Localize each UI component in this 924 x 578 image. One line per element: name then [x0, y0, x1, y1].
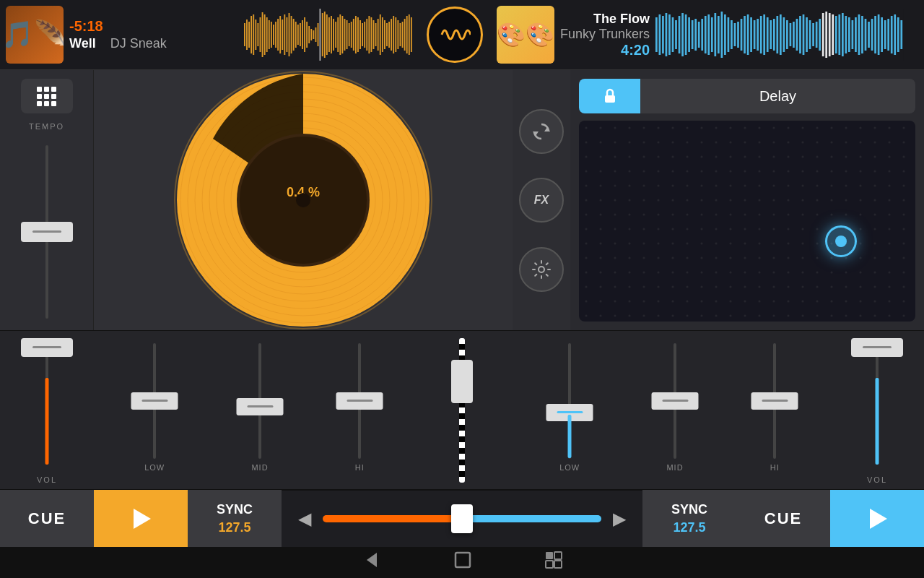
svg-rect-78	[655, 17, 658, 52]
sync-button-left[interactable]: SYNC 127.5	[188, 490, 282, 548]
xfader-slider-area[interactable]	[323, 515, 601, 522]
recent-nav-button[interactable]	[544, 551, 563, 574]
play-button-left[interactable]	[94, 490, 188, 548]
svg-rect-68	[395, 17, 396, 52]
logo-circle[interactable]	[427, 7, 483, 63]
svg-rect-128	[819, 19, 821, 51]
grid-dot	[51, 87, 56, 92]
xfader-right-arrow[interactable]: ▶	[607, 503, 632, 535]
right-vol-track	[876, 338, 879, 465]
svg-rect-129	[822, 13, 824, 56]
hi-label-right: HI	[770, 463, 780, 472]
svg-rect-28	[304, 17, 305, 52]
home-nav-button[interactable]	[453, 551, 472, 574]
svg-rect-134	[838, 14, 840, 55]
waveform-right[interactable]	[655, 9, 904, 61]
svg-rect-146	[878, 14, 880, 55]
svg-rect-20	[287, 17, 288, 52]
svg-rect-64	[386, 23, 388, 46]
svg-rect-88	[688, 17, 690, 52]
grid-dot	[44, 101, 49, 106]
tempo-thumb[interactable]	[21, 222, 73, 242]
svg-rect-113	[770, 20, 772, 49]
svg-rect-110	[760, 16, 762, 53]
sync-button-right[interactable]: SYNC 127.5	[642, 490, 736, 548]
svg-rect-122	[799, 16, 801, 53]
hi-thumb-right[interactable]	[751, 392, 798, 410]
svg-rect-99	[724, 14, 726, 55]
tempo-slider[interactable]	[45, 145, 48, 319]
right-vol-label: VOL	[867, 475, 887, 484]
svg-rect-118	[786, 20, 788, 49]
svg-rect-138	[852, 20, 854, 49]
waveform-left[interactable]	[244, 9, 413, 61]
vinyl-record[interactable]: 0.4 %	[173, 70, 433, 330]
thumb-line	[762, 400, 788, 402]
hi-track-left[interactable]	[358, 343, 361, 459]
low-track-right[interactable]	[568, 343, 571, 459]
svg-rect-153	[900, 20, 902, 49]
play-button-right[interactable]	[830, 490, 924, 548]
svg-rect-123	[803, 14, 805, 55]
fx-tabs: Delay	[579, 79, 915, 113]
svg-rect-2	[246, 20, 248, 50]
grid-button[interactable]	[21, 79, 73, 113]
fx-pad[interactable]	[579, 121, 915, 322]
svg-rect-103	[737, 22, 739, 48]
fx-pad-dot[interactable]	[825, 225, 857, 257]
svg-rect-177	[456, 553, 470, 567]
album-art-right[interactable]: 🎨	[497, 6, 554, 64]
svg-marker-174	[134, 509, 151, 529]
svg-rect-179	[554, 552, 562, 559]
left-vol-thumb[interactable]	[21, 338, 73, 357]
svg-rect-152	[897, 17, 899, 52]
xfader-left-arrow[interactable]: ◀	[292, 503, 317, 535]
fx-tab-lock[interactable]	[579, 79, 640, 113]
mid-track-right[interactable]	[674, 343, 676, 459]
app-container: 🪶 -5:18 Well DJ Sneak	[0, 0, 924, 578]
svg-rect-6	[255, 20, 256, 50]
svg-rect-150	[891, 16, 893, 53]
svg-rect-149	[887, 19, 889, 51]
svg-point-170	[539, 267, 544, 272]
svg-rect-62	[382, 17, 383, 52]
fx-tab-delay[interactable]: Delay	[640, 79, 915, 113]
mid-track-left[interactable]	[258, 343, 261, 459]
fx-label: FX	[534, 194, 549, 207]
svg-rect-87	[685, 14, 687, 55]
sync-button[interactable]	[519, 109, 564, 154]
right-track-meta: The Flow Funky Trunkers 4:20	[560, 12, 650, 59]
svg-rect-25	[297, 25, 299, 45]
fx-grid-pattern	[579, 121, 915, 322]
right-artist: Funky Trunkers	[560, 27, 650, 42]
svg-rect-173	[579, 121, 915, 322]
center-logo	[419, 0, 491, 69]
right-vol-thumb[interactable]	[851, 338, 903, 357]
fx-button[interactable]: FX	[519, 178, 564, 223]
cue-label-left: CUE	[28, 509, 66, 528]
left-vol-slider[interactable]	[0, 331, 94, 473]
right-vol-slider[interactable]	[830, 331, 924, 473]
low-thumb-left[interactable]	[131, 392, 178, 410]
cue-button-left[interactable]: CUE	[0, 490, 94, 548]
svg-rect-97	[718, 16, 720, 53]
mid-thumb-left[interactable]	[237, 398, 284, 415]
low-track-left[interactable]	[153, 343, 156, 459]
recent-icon	[544, 551, 563, 569]
hi-thumb-left[interactable]	[336, 392, 383, 410]
settings-button[interactable]	[519, 247, 564, 292]
svg-rect-44	[341, 16, 343, 53]
svg-rect-107	[750, 17, 752, 52]
svg-rect-13	[271, 22, 272, 48]
fx-tab-delay-label: Delay	[759, 88, 796, 105]
hi-track-right[interactable]	[773, 343, 776, 459]
cue-button-right[interactable]: CUE	[736, 490, 830, 548]
svg-rect-47	[349, 23, 350, 46]
crossfader-vertical[interactable]	[460, 338, 464, 483]
xfader-thumb[interactable]	[451, 360, 473, 403]
back-nav-button[interactable]	[361, 550, 381, 575]
xfader-slider-thumb[interactable]	[451, 504, 473, 533]
mid-thumb-right[interactable]	[652, 392, 699, 410]
cue-label-right: CUE	[764, 509, 802, 528]
album-art-left[interactable]: 🪶	[6, 6, 64, 64]
